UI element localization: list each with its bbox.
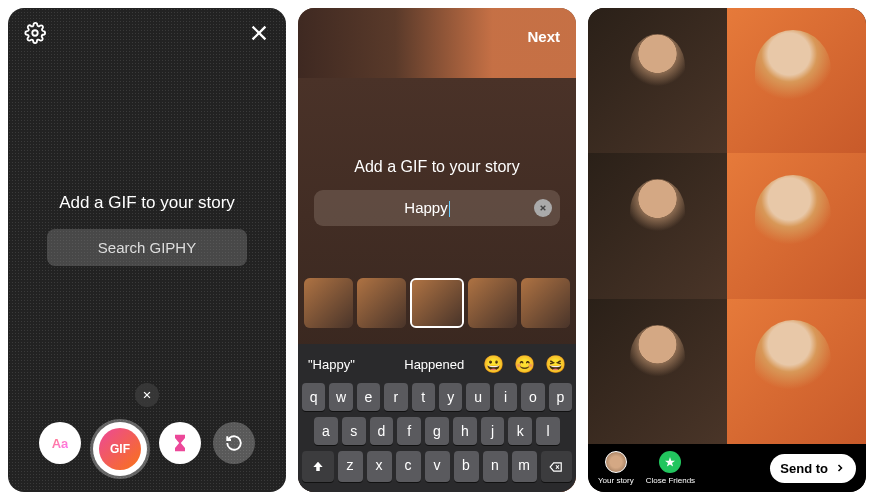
keyboard-key[interactable]: e (357, 383, 380, 411)
keyboard-key[interactable]: k (508, 417, 532, 445)
memories-mode-button[interactable] (213, 422, 255, 464)
clear-search-button[interactable] (534, 199, 552, 217)
keyboard-row: qwertyuiop (302, 383, 572, 411)
keyboard-key[interactable]: v (425, 451, 450, 482)
keyboard-key[interactable]: t (412, 383, 435, 411)
next-button[interactable]: Next (527, 28, 560, 45)
close-icon (248, 22, 270, 44)
send-to-button[interactable]: Send to (770, 454, 856, 483)
share-bar: Your story Close Friends Send to (588, 444, 866, 492)
story-mode-tray: Aa GIF (8, 422, 286, 476)
keyboard-key[interactable]: h (453, 417, 477, 445)
gif-results-strip (298, 278, 576, 328)
gif-prompt-title: Add a GIF to your story (314, 158, 560, 176)
keyboard-key[interactable]: d (370, 417, 394, 445)
gif-result-thumbnail[interactable] (357, 278, 406, 328)
gif-frame (588, 299, 866, 444)
keyboard-key[interactable]: o (521, 383, 544, 411)
keyboard-emoji-suggestion[interactable]: 😀 (483, 354, 504, 375)
close-button[interactable] (248, 22, 270, 48)
gif-result-thumbnail[interactable] (468, 278, 517, 328)
story-gif-screen-search: Next Add a GIF to your story Happy "Happ… (298, 8, 576, 492)
ios-keyboard: "Happy" Happened 😀 😊 😆 qwertyuiop asdfgh… (298, 344, 576, 492)
keyboard-key[interactable]: c (396, 451, 421, 482)
keyboard-key[interactable]: q (302, 383, 325, 411)
dismiss-gif-button[interactable] (135, 383, 159, 407)
keyboard-key[interactable]: p (549, 383, 572, 411)
giphy-search-input[interactable]: Search GIPHY (47, 229, 247, 266)
keyboard-suggestion[interactable]: "Happy" (308, 357, 386, 372)
keyboard-suggestion[interactable]: Happened (396, 357, 474, 372)
keyboard-suggestions: "Happy" Happened 😀 😊 😆 (302, 350, 572, 383)
gif-frame (588, 8, 866, 153)
keyboard-key[interactable]: w (329, 383, 352, 411)
your-story-button[interactable]: Your story (598, 451, 634, 485)
giphy-search-input[interactable]: Happy (314, 190, 560, 226)
gif-mode-button[interactable]: GIF (93, 422, 147, 476)
keyboard-key[interactable]: u (466, 383, 489, 411)
keyboard-row: zxcvbnm (302, 451, 572, 482)
avatar-icon (605, 451, 627, 473)
keyboard-emoji-suggestion[interactable]: 😊 (514, 354, 535, 375)
gif-frame (588, 153, 866, 298)
gif-result-thumbnail-selected[interactable] (410, 278, 463, 328)
keyboard-key[interactable]: l (536, 417, 560, 445)
close-icon (539, 204, 547, 212)
keyboard-key[interactable]: b (454, 451, 479, 482)
story-share-screen: Your story Close Friends Send to (588, 8, 866, 492)
rewind-icon (225, 434, 243, 452)
story-gif-screen-initial: Add a GIF to your story Search GIPHY Aa … (8, 8, 286, 492)
keyboard-row: asdfghjkl (302, 417, 572, 445)
keyboard-key[interactable]: i (494, 383, 517, 411)
shift-icon (311, 460, 325, 474)
svg-point-0 (32, 30, 38, 36)
shift-key[interactable] (302, 451, 334, 482)
backspace-key[interactable] (541, 451, 573, 482)
chevron-right-icon (834, 462, 846, 474)
backspace-icon (549, 460, 563, 474)
hourglass-icon (170, 433, 190, 453)
close-friends-button[interactable]: Close Friends (646, 451, 695, 485)
gif-prompt-title: Add a GIF to your story (8, 193, 286, 213)
gif-preview-canvas[interactable] (588, 8, 866, 444)
star-icon (659, 451, 681, 473)
gif-result-thumbnail[interactable] (521, 278, 570, 328)
keyboard-key[interactable]: f (397, 417, 421, 445)
text-mode-button[interactable]: Aa (39, 422, 81, 464)
close-icon (142, 390, 152, 400)
keyboard-key[interactable]: n (483, 451, 508, 482)
keyboard-key[interactable]: m (512, 451, 537, 482)
keyboard-key[interactable]: r (384, 383, 407, 411)
keyboard-key[interactable]: z (338, 451, 363, 482)
keyboard-key[interactable]: a (314, 417, 338, 445)
settings-button[interactable] (24, 22, 46, 48)
keyboard-key[interactable]: s (342, 417, 366, 445)
gear-icon (24, 22, 46, 44)
keyboard-key[interactable]: y (439, 383, 462, 411)
keyboard-key[interactable]: j (481, 417, 505, 445)
keyboard-key[interactable]: x (367, 451, 392, 482)
gif-result-thumbnail[interactable] (304, 278, 353, 328)
keyboard-emoji-suggestion[interactable]: 😆 (545, 354, 566, 375)
templates-mode-button[interactable] (159, 422, 201, 464)
keyboard-key[interactable]: g (425, 417, 449, 445)
